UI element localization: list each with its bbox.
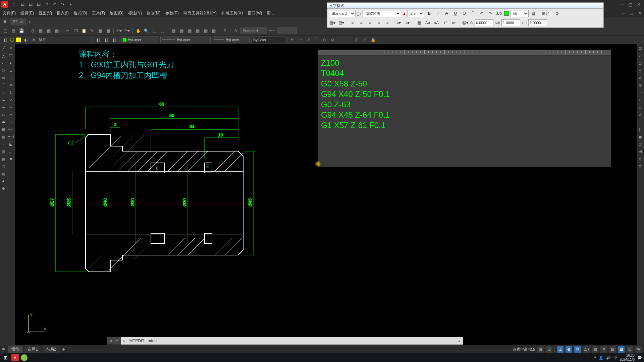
mtext-icon[interactable]: A: [0, 178, 7, 184]
lwt-toggle[interactable]: ≡: [600, 346, 607, 353]
menu-yanxiu[interactable]: 燕秀工具箱2.81(Y): [183, 10, 217, 16]
qp-toggle[interactable]: ▦: [618, 346, 625, 353]
layer-swatch-icon[interactable]: [16, 38, 21, 42]
linespace-button[interactable]: ≡▾: [395, 19, 402, 26]
polar-toggle[interactable]: ⊕: [566, 346, 572, 353]
font-arc-icon[interactable]: ⌒: [469, 10, 477, 17]
gcode-line[interactable]: G94 X45 Z-64 F0.1: [321, 110, 607, 120]
dim-lock-icon[interactable]: 🔒: [370, 37, 376, 43]
menu-dimension[interactable]: 标注(N): [128, 10, 142, 16]
layer-state-icon1[interactable]: [10, 38, 14, 42]
overline-button[interactable]: O: [461, 10, 468, 17]
text-style-combo[interactable]: Standard: [240, 27, 267, 34]
justify-button[interactable]: ▤▾: [337, 19, 345, 26]
layout1-tab[interactable]: 布局1: [24, 346, 41, 353]
publish-icon[interactable]: ▦: [45, 27, 52, 34]
trim-icon[interactable]: ✂: [7, 111, 14, 118]
menu-param[interactable]: 参数(P): [165, 10, 179, 16]
dim-linear-icon[interactable]: ⊢: [289, 37, 296, 43]
layout2-tab[interactable]: 布局2: [43, 346, 60, 353]
explode-icon[interactable]: ✸: [7, 156, 14, 162]
menu-insert[interactable]: 插入(I): [57, 10, 68, 16]
copy-obj-icon[interactable]: ❐: [7, 52, 14, 59]
sheet-icon[interactable]: ▦: [194, 27, 201, 34]
qat-redo-icon[interactable]: ↷: [60, 1, 66, 7]
menu-close-icon[interactable]: ✕: [638, 11, 641, 15]
undo-icon[interactable]: ↶▾: [116, 27, 122, 34]
osnap-cen-icon[interactable]: ⊙: [637, 97, 643, 103]
align-right-button[interactable]: ≡: [366, 19, 374, 26]
text-ruler[interactable]: ⌐: [318, 50, 611, 56]
snap-toggle[interactable]: ⊡: [546, 346, 552, 353]
ime-indicator[interactable]: 中: [613, 355, 617, 360]
menu-draw[interactable]: 绘图(D): [110, 10, 123, 16]
prop-icon[interactable]: ▦: [170, 27, 177, 34]
gradient-icon[interactable]: ▦: [0, 156, 7, 162]
clock[interactable]: 18:232024/11/6: [620, 354, 635, 362]
ok-button[interactable]: 确定: [539, 10, 552, 17]
osnap-int-icon[interactable]: ✕: [637, 74, 643, 81]
dim-aligned-icon[interactable]: ⊣: [298, 37, 304, 43]
menu-tools[interactable]: 工具(T): [92, 10, 105, 16]
xline-icon[interactable]: ╳: [0, 52, 7, 59]
document-tab[interactable]: 2* ✕: [10, 18, 26, 25]
gcode-line[interactable]: G1 X57 Z-61 F0.1: [321, 120, 607, 130]
osnap-appint-icon[interactable]: ⊗: [637, 82, 643, 88]
ellipsearc-icon[interactable]: ⬬: [0, 119, 7, 125]
autocad-task[interactable]: A: [11, 354, 19, 361]
tab-close-icon[interactable]: ✕: [20, 20, 23, 24]
osnap-from-icon[interactable]: ⊙: [637, 52, 643, 59]
command-line[interactable]: ✕⎇ ▸─ MTEDIT _mtedit ▴: [107, 337, 463, 345]
zoomwin-icon[interactable]: ⛶: [151, 27, 158, 34]
app-menu-button[interactable]: ≡: [3, 19, 6, 25]
osnap-ins-icon[interactable]: ▣: [637, 133, 643, 140]
new-tab-button[interactable]: +: [28, 19, 31, 24]
join-icon[interactable]: ⊢⊣: [7, 133, 14, 140]
otrack-toggle[interactable]: ∠▾: [583, 346, 590, 353]
qat-new-icon[interactable]: ▢: [11, 1, 17, 7]
save-icon[interactable]: 💾: [18, 27, 25, 34]
layer-off-icon[interactable]: ◐: [23, 37, 29, 43]
color-select[interactable]: 绿: [510, 10, 529, 17]
ellipse-icon[interactable]: ⬭: [0, 111, 7, 118]
tray-people-icon[interactable]: 👤: [599, 356, 603, 360]
chamfer-icon[interactable]: ◣: [7, 141, 14, 147]
qat-open-icon[interactable]: ▤: [19, 1, 25, 7]
qat-print-icon[interactable]: ⎙: [44, 1, 50, 7]
menu-file[interactable]: 文件(F): [3, 10, 16, 16]
layout-menu-button[interactable]: ≡: [2, 347, 5, 352]
subscript-button[interactable]: x₂: [450, 19, 458, 26]
layer-make-icon[interactable]: ◧: [95, 37, 101, 43]
spline-icon[interactable]: ∿: [0, 104, 7, 111]
align-left-button[interactable]: ≡: [349, 19, 356, 26]
browser-task[interactable]: [21, 354, 28, 361]
plot-icon[interactable]: ▦: [53, 27, 60, 34]
ruler-button[interactable]: ▦: [530, 10, 537, 17]
tracking-input[interactable]: [501, 19, 520, 26]
model-tab[interactable]: 模型: [8, 346, 23, 353]
dim-radius-icon[interactable]: ⊙: [322, 37, 328, 43]
cmd-expand-icon[interactable]: ▴: [455, 339, 463, 343]
cmd-close-icon[interactable]: ✕: [110, 339, 113, 343]
italic-button[interactable]: I: [434, 10, 442, 17]
dcenter-icon[interactable]: ▦: [178, 27, 185, 34]
rect-icon[interactable]: ▭: [0, 74, 7, 81]
add-layout-button[interactable]: +: [62, 347, 65, 352]
osnap-set-icon[interactable]: ⚙: [637, 163, 643, 170]
array-icon[interactable]: ⊞: [7, 74, 14, 81]
stack-button[interactable]: a/b: [495, 10, 503, 17]
rotate-icon[interactable]: ↻: [7, 89, 14, 96]
linetype-combo[interactable]: ByLayer: [160, 37, 211, 43]
underline-button[interactable]: U: [452, 10, 459, 17]
minimize-button[interactable]: ─: [621, 2, 624, 7]
align-center-button[interactable]: ≡: [358, 19, 365, 26]
size-select[interactable]: 2.5: [408, 10, 424, 17]
insert-icon[interactable]: ▦: [105, 27, 111, 34]
point-icon[interactable]: ·: [0, 141, 7, 147]
osnap-toggle[interactable]: ↻: [574, 346, 581, 353]
markup-icon[interactable]: ▦: [202, 27, 209, 34]
scale-icon[interactable]: ⤢: [7, 97, 14, 103]
insert-block-icon[interactable]: ▦: [0, 126, 7, 133]
circle-icon[interactable]: ○: [0, 89, 7, 96]
layer-prev-icon[interactable]: ◧: [103, 37, 109, 43]
